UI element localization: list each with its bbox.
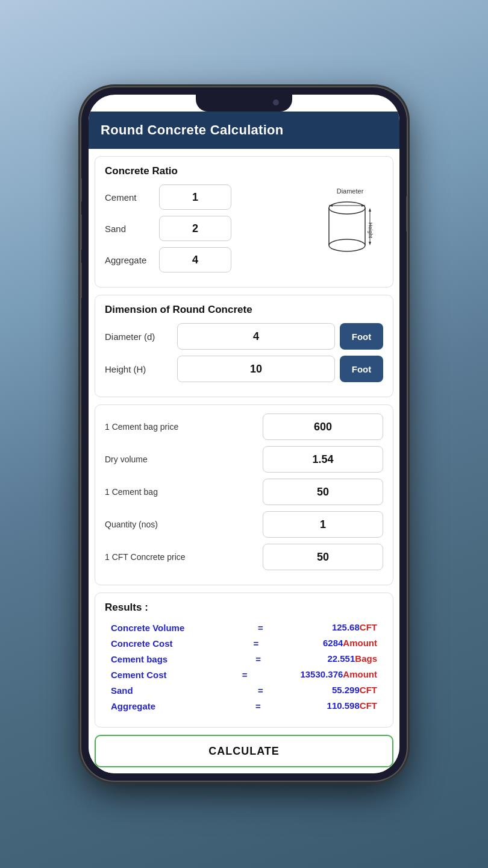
app-title: Round Concrete Calculation bbox=[101, 122, 284, 138]
result-row: Cement Cost = 13530.376Amount bbox=[105, 669, 383, 680]
result-value-unit: 6284Amount bbox=[323, 638, 377, 649]
phone-screen: Round Concrete Calculation Concrete Rati… bbox=[89, 95, 399, 773]
diameter-diagram-label: Diameter bbox=[337, 187, 364, 195]
concrete-ratio-title: Concrete Ratio bbox=[105, 165, 383, 177]
result-value-unit: 110.598CFT bbox=[327, 700, 377, 711]
result-row: Cement bags = 22.551Bags bbox=[105, 653, 383, 664]
result-value: 125.68 bbox=[332, 622, 360, 632]
dry-volume-row: Dry volume bbox=[105, 446, 383, 473]
cft-price-input[interactable] bbox=[263, 544, 383, 570]
result-name: Sand bbox=[111, 685, 189, 696]
result-value-unit: 125.68CFT bbox=[332, 622, 377, 633]
concrete-ratio-card: Concrete Ratio Cement Sand Aggregate bbox=[95, 156, 393, 288]
cement-input[interactable] bbox=[159, 184, 231, 210]
calculate-button[interactable]: CALCULATE bbox=[95, 735, 393, 767]
result-unit: Amount bbox=[343, 669, 377, 679]
result-name: Cement Cost bbox=[111, 670, 189, 680]
app-content: Round Concrete Calculation Concrete Rati… bbox=[89, 112, 399, 773]
result-unit: CFT bbox=[360, 622, 377, 632]
result-value: 55.299 bbox=[332, 685, 360, 695]
height-label: Height (H) bbox=[105, 364, 177, 374]
quantity-row: Quantity (nos) bbox=[105, 511, 383, 538]
height-row: Height (H) Foot bbox=[105, 356, 383, 382]
cement-bag-label: 1 Cement bag bbox=[105, 487, 263, 497]
dry-volume-label: Dry volume bbox=[105, 454, 263, 464]
cement-bag-price-label: 1 Cement bag price bbox=[105, 422, 263, 432]
result-value-unit: 55.299CFT bbox=[332, 685, 377, 696]
svg-point-3 bbox=[329, 239, 365, 251]
phone-frame: Round Concrete Calculation Concrete Rati… bbox=[81, 87, 407, 781]
svg-marker-8 bbox=[369, 242, 371, 245]
sand-label: Sand bbox=[105, 224, 159, 234]
result-value: 22.551 bbox=[327, 653, 355, 664]
diameter-input[interactable] bbox=[177, 323, 335, 350]
cylinder-svg: Height bbox=[323, 197, 377, 257]
result-value: 6284 bbox=[323, 638, 343, 648]
result-equals: = bbox=[258, 685, 263, 696]
result-row: Concrete Volume = 125.68CFT bbox=[105, 622, 383, 633]
result-equals: = bbox=[254, 638, 259, 649]
result-name: Cement bags bbox=[111, 654, 189, 664]
results-container: Concrete Volume = 125.68CFT Concrete Cos… bbox=[105, 622, 383, 711]
quantity-label: Quantity (nos) bbox=[105, 520, 263, 529]
cement-bag-input[interactable] bbox=[263, 479, 383, 505]
result-name: Concrete Cost bbox=[111, 638, 189, 649]
svg-point-0 bbox=[329, 202, 365, 214]
aggregate-ratio-row: Aggregate bbox=[105, 247, 317, 272]
result-name: Aggregate bbox=[111, 701, 189, 711]
cft-price-label: 1 CFT Concrete price bbox=[105, 552, 263, 562]
parameters-card: 1 Cement bag price Dry volume 1 Cement b… bbox=[95, 404, 393, 585]
result-value: 13530.376 bbox=[300, 669, 343, 679]
dimension-card: Dimension of Round Concrete Diameter (d)… bbox=[95, 295, 393, 397]
aggregate-label: Aggregate bbox=[105, 255, 159, 265]
cylinder-diagram: Diameter bbox=[317, 184, 383, 257]
result-unit: CFT bbox=[360, 685, 377, 695]
cement-label: Cement bbox=[105, 192, 159, 203]
dimension-title: Dimension of Round Concrete bbox=[105, 304, 383, 316]
diameter-unit-button[interactable]: Foot bbox=[340, 323, 383, 350]
cement-ratio-row: Cement bbox=[105, 184, 317, 210]
diameter-label: Diameter (d) bbox=[105, 332, 177, 342]
svg-text:Height: Height bbox=[368, 222, 374, 239]
quantity-input[interactable] bbox=[263, 511, 383, 538]
sand-ratio-row: Sand bbox=[105, 216, 317, 241]
calculate-button-container: CALCULATE bbox=[95, 735, 393, 767]
cft-price-row: 1 CFT Concrete price bbox=[105, 544, 383, 570]
results-title: Results : bbox=[105, 602, 383, 614]
cement-bag-price-row: 1 Cement bag price bbox=[105, 414, 383, 440]
height-input[interactable] bbox=[177, 356, 335, 382]
notch-camera bbox=[273, 99, 279, 105]
result-unit: Amount bbox=[343, 638, 377, 648]
result-value: 110.598 bbox=[327, 700, 360, 711]
cement-bag-price-input[interactable] bbox=[263, 414, 383, 440]
result-row: Concrete Cost = 6284Amount bbox=[105, 638, 383, 649]
result-row: Sand = 55.299CFT bbox=[105, 685, 383, 696]
result-value-unit: 22.551Bags bbox=[327, 653, 377, 664]
height-unit-button[interactable]: Foot bbox=[340, 356, 383, 382]
svg-marker-7 bbox=[369, 208, 371, 212]
result-name: Concrete Volume bbox=[111, 623, 189, 633]
ratio-inputs: Cement Sand Aggregate bbox=[105, 184, 317, 278]
app-header: Round Concrete Calculation bbox=[89, 112, 399, 149]
diameter-row: Diameter (d) Foot bbox=[105, 323, 383, 350]
notch bbox=[196, 95, 292, 112]
cement-bag-row: 1 Cement bag bbox=[105, 479, 383, 505]
results-section: Results : Concrete Volume = 125.68CFT Co… bbox=[95, 593, 393, 728]
result-equals: = bbox=[242, 670, 248, 680]
dry-volume-input[interactable] bbox=[263, 446, 383, 473]
result-unit: Bags bbox=[355, 653, 377, 664]
result-value-unit: 13530.376Amount bbox=[300, 669, 377, 680]
result-equals: = bbox=[255, 701, 261, 711]
sand-input[interactable] bbox=[159, 216, 231, 241]
result-equals: = bbox=[258, 623, 263, 633]
result-row: Aggregate = 110.598CFT bbox=[105, 700, 383, 711]
result-equals: = bbox=[255, 654, 261, 664]
result-unit: CFT bbox=[360, 700, 377, 711]
aggregate-input[interactable] bbox=[159, 247, 231, 272]
